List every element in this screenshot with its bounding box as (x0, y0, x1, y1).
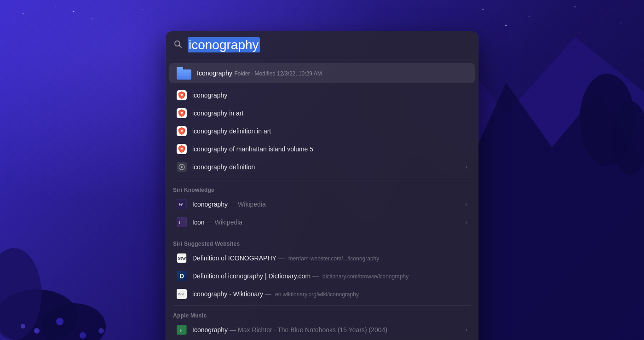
music-1-text: Iconography — Max Richter · The Blue Not… (192, 326, 460, 334)
folder-icon (177, 67, 191, 80)
siri-web-2-text: Definition of iconography | Dictionary.c… (192, 272, 467, 280)
top-result-folder[interactable]: Iconography Folder · Modified 12/3/22, 1… (169, 63, 475, 83)
divider-2 (173, 234, 471, 234)
top-result-title: Iconography (197, 69, 232, 77)
svg-text:I: I (178, 220, 180, 225)
brave-icon-4 (177, 144, 187, 154)
brave-icon-1 (177, 90, 187, 100)
divider-3 (173, 305, 471, 306)
siri-knowledge-2-text: Icon — Wikipedia (192, 219, 460, 226)
brave-icon-2 (177, 108, 187, 118)
siri-k1-sub: Wikipedia (238, 201, 266, 208)
svg-text:MW: MW (178, 256, 186, 261)
siri-web-3-url: en.wiktionary.org/wiki/iconography (275, 291, 359, 298)
siri-k1-dash: — (230, 201, 236, 208)
svg-text:Wkt: Wkt (178, 292, 185, 296)
wikt-icon: Wkt (177, 289, 187, 299)
music-icon: ♪ (177, 325, 187, 335)
brave-result-label-4: iconography of manhattan island volume 5 (192, 145, 467, 153)
svg-point-32 (181, 166, 183, 168)
search-bar[interactable]: iconography (166, 31, 478, 59)
siri-web-1-text: Definition of ICONOGRAPHY — merriam-webs… (192, 254, 467, 262)
siri-k1-chevron: › (466, 201, 467, 207)
siri-knowledge-2[interactable]: I Icon — Wikipedia › (169, 213, 475, 231)
brave-result-5[interactable]: iconography definition › (169, 158, 475, 176)
siri-knowledge-1-text: Iconography — Wikipedia (192, 201, 460, 208)
search-icon (174, 40, 182, 51)
brave-result-label-5: iconography definition (192, 163, 460, 171)
siri-k1-title: Iconography (192, 201, 228, 208)
siri-web-3-text: iconography - Wiktionary — en.wiktionary… (192, 290, 467, 298)
siri-k2-sub: Wikipedia (214, 219, 242, 226)
top-result-meta: Folder · Modified 12/3/22, 10:29 AM (235, 70, 322, 77)
wiki-thumbnail-2: I (177, 217, 187, 227)
music-1-chevron: › (466, 327, 467, 333)
svg-text:♪: ♪ (179, 327, 182, 333)
brave-result-label-1: iconography (192, 92, 467, 99)
brave-result-chevron-5: › (466, 164, 467, 170)
brave-result-label-3: iconography definition in art (192, 127, 467, 135)
siri-web-1-title: Definition of ICONOGRAPHY (192, 254, 276, 262)
brave-result-2[interactable]: iconography in art (169, 104, 475, 122)
wiki-thumbnail-1: W (177, 199, 187, 209)
apple-music-header: Apple Music (166, 309, 478, 321)
siri-website-1[interactable]: MW Definition of ICONOGRAPHY — merriam-w… (169, 249, 475, 267)
results-list: Iconography Folder · Modified 12/3/22, 1… (166, 59, 478, 340)
siri-web-3-title: iconography - Wiktionary (192, 290, 263, 298)
dict-icon: D (177, 271, 187, 281)
siri-knowledge-header: Siri Knowledge (166, 183, 478, 195)
siri-web-2-title: Definition of iconography | Dictionary.c… (192, 272, 310, 280)
spotlight-overlay: iconography Iconography Folder · Modifie… (0, 0, 644, 340)
music-1-title: Iconography (192, 326, 228, 334)
siri-web-2-dash: — (312, 272, 319, 280)
apple-music-1[interactable]: ♪ Iconography — Max Richter · The Blue N… (169, 321, 475, 339)
siri-web-1-url: merriam-webster.com/.../iconography (288, 255, 379, 262)
spotlight-window: iconography Iconography Folder · Modifie… (166, 31, 478, 340)
brave-result-3[interactable]: iconography definition in art (169, 122, 475, 140)
divider-1 (173, 180, 471, 180)
brave-results: iconography iconography in art (166, 85, 478, 177)
siri-k2-chevron: › (466, 219, 467, 225)
top-result-text: Iconography Folder · Modified 12/3/22, 1… (197, 69, 467, 77)
brave-icon-5 (177, 162, 187, 172)
svg-line-25 (179, 45, 182, 47)
siri-knowledge-1[interactable]: W Iconography — Wikipedia › (169, 196, 475, 213)
siri-k2-dash: — (206, 219, 213, 226)
siri-websites-header: Siri Suggested Websites (166, 237, 478, 249)
siri-web-2-url: dictionary.com/browse/iconography (322, 273, 408, 280)
siri-web-3-dash: — (265, 290, 271, 298)
search-text-highlighted: iconography (188, 37, 260, 52)
siri-website-3[interactable]: Wkt iconography - Wiktionary — en.wiktio… (169, 285, 475, 303)
search-input[interactable]: iconography (188, 38, 470, 52)
siri-k2-title: Icon (192, 219, 204, 226)
music-1-dash: — (230, 326, 236, 334)
brave-result-label-2: iconography in art (192, 109, 467, 117)
siri-web-1-dash: — (278, 254, 285, 262)
svg-text:W: W (178, 202, 183, 207)
brave-result-1[interactable]: iconography (169, 86, 475, 104)
mw-icon: MW (177, 253, 187, 263)
siri-website-2[interactable]: D Definition of iconography | Dictionary… (169, 267, 475, 285)
brave-result-4[interactable]: iconography of manhattan island volume 5 (169, 140, 475, 158)
brave-icon-3 (177, 126, 187, 136)
music-1-sub: Max Richter · The Blue Notebooks (15 Yea… (238, 326, 387, 334)
